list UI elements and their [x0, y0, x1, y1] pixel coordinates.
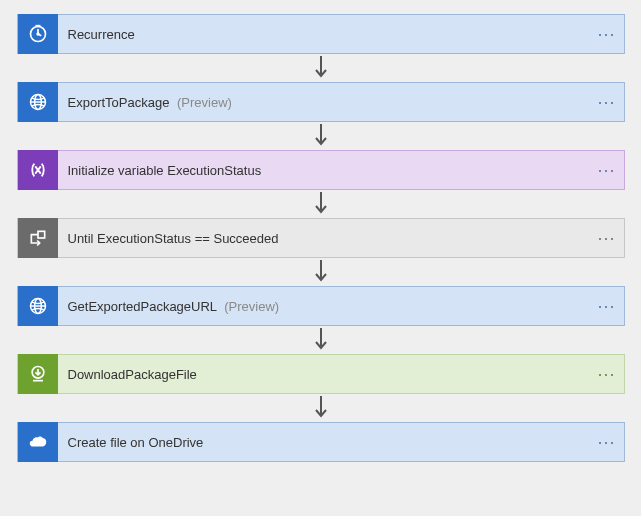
step-menu-button[interactable]: ···: [590, 228, 624, 249]
onedrive-icon: [18, 422, 58, 462]
globe-icon: [18, 82, 58, 122]
arrow-down-icon: [312, 122, 330, 150]
download-icon: [18, 354, 58, 394]
loop-icon: [18, 218, 58, 258]
step-label: Recurrence: [58, 27, 590, 42]
step-label-text: Initialize variable ExecutionStatus: [68, 163, 262, 178]
step-label: Create file on OneDrive: [58, 435, 590, 450]
step-menu-button[interactable]: ···: [590, 432, 624, 453]
flow-step[interactable]: ExportToPackage (Preview)···: [17, 82, 625, 122]
step-label-text: Create file on OneDrive: [68, 435, 204, 450]
flow-step[interactable]: Recurrence···: [17, 14, 625, 54]
arrow-down-icon: [312, 258, 330, 286]
arrow-down-icon: [312, 190, 330, 218]
step-label-text: GetExportedPackageURL: [68, 299, 217, 314]
arrow-down-icon: [312, 54, 330, 82]
step-menu-button[interactable]: ···: [590, 364, 624, 385]
variable-icon: [18, 150, 58, 190]
flow-step[interactable]: Initialize variable ExecutionStatus···: [17, 150, 625, 190]
step-label: DownloadPackageFile: [58, 367, 590, 382]
step-label: GetExportedPackageURL (Preview): [58, 299, 590, 314]
flow-step[interactable]: GetExportedPackageURL (Preview)···: [17, 286, 625, 326]
step-label-text: Recurrence: [68, 27, 135, 42]
arrow-down-icon: [312, 326, 330, 354]
globe-icon: [18, 286, 58, 326]
step-menu-button[interactable]: ···: [590, 92, 624, 113]
step-label: Initialize variable ExecutionStatus: [58, 163, 590, 178]
step-menu-button[interactable]: ···: [590, 296, 624, 317]
preview-badge: (Preview): [177, 95, 232, 110]
step-menu-button[interactable]: ···: [590, 160, 624, 181]
svg-rect-14: [38, 231, 45, 238]
step-label-text: ExportToPackage: [68, 95, 170, 110]
step-label-text: DownloadPackageFile: [68, 367, 197, 382]
step-menu-button[interactable]: ···: [590, 24, 624, 45]
clock-icon: [18, 14, 58, 54]
arrow-down-icon: [312, 394, 330, 422]
flow-step[interactable]: DownloadPackageFile···: [17, 354, 625, 394]
flow-step[interactable]: Until ExecutionStatus == Succeeded···: [17, 218, 625, 258]
flow-step[interactable]: Create file on OneDrive···: [17, 422, 625, 462]
step-label: Until ExecutionStatus == Succeeded: [58, 231, 590, 246]
step-label: ExportToPackage (Preview): [58, 95, 590, 110]
preview-badge: (Preview): [224, 299, 279, 314]
step-label-text: Until ExecutionStatus == Succeeded: [68, 231, 279, 246]
